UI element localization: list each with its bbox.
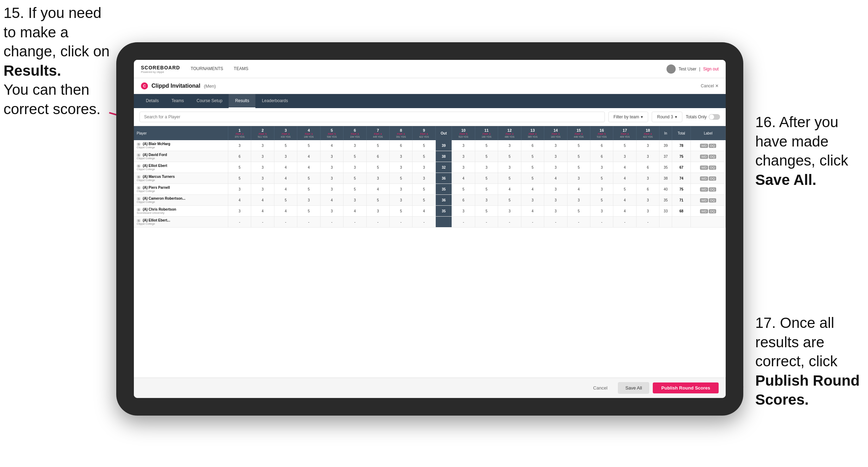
score-h14[interactable]: 3 bbox=[544, 195, 567, 206]
score-h12[interactable]: 5 bbox=[498, 195, 521, 206]
score-h5[interactable]: - bbox=[320, 217, 343, 228]
score-h1[interactable]: 6 bbox=[228, 151, 251, 162]
label-dq[interactable]: DQ bbox=[709, 166, 717, 170]
score-h8[interactable]: 5 bbox=[389, 173, 412, 184]
cancel-tournament-btn[interactable]: Cancel ✕ bbox=[701, 83, 719, 88]
score-h18[interactable]: 3 bbox=[636, 195, 659, 206]
tab-details[interactable]: Details bbox=[140, 94, 165, 108]
score-h18[interactable]: 6 bbox=[636, 162, 659, 173]
cancel-button[interactable]: Cancel bbox=[586, 382, 614, 393]
score-h12[interactable]: 5 bbox=[498, 151, 521, 162]
score-h8[interactable]: 6 bbox=[389, 140, 412, 151]
score-h17[interactable]: 4 bbox=[613, 195, 636, 206]
sign-out-link[interactable]: Sign out bbox=[703, 67, 719, 71]
round-selector-btn[interactable]: Round 3 ▾ bbox=[652, 112, 682, 122]
score-h2[interactable]: - bbox=[251, 217, 274, 228]
label-dq[interactable]: DQ bbox=[709, 144, 717, 148]
search-input[interactable] bbox=[140, 112, 605, 122]
score-h10[interactable]: 3 bbox=[452, 151, 475, 162]
score-h8[interactable]: 5 bbox=[389, 206, 412, 217]
score-h9[interactable]: 3 bbox=[413, 173, 435, 184]
score-h17[interactable]: 4 bbox=[613, 173, 636, 184]
label-dq[interactable]: DQ bbox=[709, 209, 717, 213]
score-h14[interactable]: 3 bbox=[544, 140, 567, 151]
label-wd[interactable]: WD bbox=[700, 209, 708, 213]
score-h18[interactable]: 3 bbox=[636, 140, 659, 151]
score-h4[interactable]: 5 bbox=[297, 184, 320, 195]
score-h14[interactable]: 4 bbox=[544, 173, 567, 184]
score-h1[interactable]: 3 bbox=[228, 206, 251, 217]
score-h9[interactable]: 3 bbox=[413, 162, 435, 173]
score-h5[interactable]: 3 bbox=[320, 173, 343, 184]
score-h7[interactable]: 3 bbox=[366, 206, 389, 217]
score-h14[interactable]: - bbox=[544, 217, 567, 228]
score-h16[interactable]: 3 bbox=[590, 162, 613, 173]
score-h18[interactable]: 3 bbox=[636, 151, 659, 162]
score-h1[interactable]: 3 bbox=[228, 140, 251, 151]
score-h18[interactable]: - bbox=[636, 217, 659, 228]
score-h13[interactable]: 4 bbox=[521, 206, 544, 217]
score-h16[interactable]: 3 bbox=[590, 184, 613, 195]
score-h3[interactable]: 5 bbox=[274, 195, 297, 206]
score-h9[interactable]: 4 bbox=[413, 206, 435, 217]
score-h8[interactable]: - bbox=[389, 217, 412, 228]
score-h12[interactable]: 3 bbox=[498, 206, 521, 217]
score-h15[interactable]: 5 bbox=[567, 151, 590, 162]
score-h13[interactable]: 5 bbox=[521, 173, 544, 184]
score-h16[interactable]: 5 bbox=[590, 173, 613, 184]
score-h12[interactable]: 3 bbox=[498, 140, 521, 151]
score-h9[interactable]: - bbox=[413, 217, 435, 228]
score-h17[interactable]: 4 bbox=[613, 162, 636, 173]
score-h14[interactable]: 3 bbox=[544, 151, 567, 162]
score-h15[interactable]: 4 bbox=[567, 184, 590, 195]
score-h4[interactable]: 4 bbox=[297, 162, 320, 173]
publish-round-scores-button[interactable]: Publish Round Scores bbox=[653, 382, 719, 393]
score-h10[interactable]: 3 bbox=[452, 140, 475, 151]
score-h4[interactable]: 5 bbox=[297, 140, 320, 151]
label-dq[interactable]: DQ bbox=[709, 187, 717, 192]
score-h3[interactable]: 3 bbox=[274, 151, 297, 162]
label-dq[interactable]: DQ bbox=[709, 176, 717, 181]
score-h2[interactable]: 3 bbox=[251, 184, 274, 195]
score-h7[interactable]: 5 bbox=[366, 140, 389, 151]
score-h12[interactable]: - bbox=[498, 217, 521, 228]
score-h6[interactable]: 3 bbox=[343, 162, 366, 173]
score-h2[interactable]: 3 bbox=[251, 140, 274, 151]
score-h11[interactable]: 3 bbox=[475, 195, 498, 206]
score-h7[interactable]: 6 bbox=[366, 151, 389, 162]
score-h17[interactable]: 5 bbox=[613, 140, 636, 151]
score-h4[interactable]: - bbox=[297, 217, 320, 228]
score-h17[interactable]: - bbox=[613, 217, 636, 228]
score-h5[interactable]: 3 bbox=[320, 184, 343, 195]
tab-leaderboards[interactable]: Leaderboards bbox=[255, 94, 294, 108]
score-h3[interactable]: 5 bbox=[274, 140, 297, 151]
score-h1[interactable]: 3 bbox=[228, 184, 251, 195]
score-h4[interactable]: 3 bbox=[297, 195, 320, 206]
score-h6[interactable]: 4 bbox=[343, 206, 366, 217]
score-h4[interactable]: 4 bbox=[297, 151, 320, 162]
totals-toggle[interactable]: Totals Only bbox=[686, 114, 720, 120]
score-h3[interactable]: 4 bbox=[274, 206, 297, 217]
score-h6[interactable]: 3 bbox=[343, 195, 366, 206]
score-h10[interactable]: 6 bbox=[452, 195, 475, 206]
score-h8[interactable]: 3 bbox=[389, 151, 412, 162]
score-h5[interactable]: 3 bbox=[320, 151, 343, 162]
label-wd[interactable]: WD bbox=[700, 144, 708, 148]
score-h9[interactable]: 5 bbox=[413, 184, 435, 195]
label-wd[interactable]: WD bbox=[700, 166, 708, 170]
score-h10[interactable]: 4 bbox=[452, 173, 475, 184]
score-h5[interactable]: 3 bbox=[320, 162, 343, 173]
score-h2[interactable]: 3 bbox=[251, 162, 274, 173]
score-h6[interactable]: 5 bbox=[343, 173, 366, 184]
score-h13[interactable]: 5 bbox=[521, 162, 544, 173]
score-h6[interactable]: - bbox=[343, 217, 366, 228]
score-h5[interactable]: 4 bbox=[320, 140, 343, 151]
score-h12[interactable]: 3 bbox=[498, 162, 521, 173]
score-h5[interactable]: 4 bbox=[320, 195, 343, 206]
score-h2[interactable]: 3 bbox=[251, 173, 274, 184]
score-h14[interactable]: 3 bbox=[544, 184, 567, 195]
score-h3[interactable]: 4 bbox=[274, 184, 297, 195]
tab-teams[interactable]: Teams bbox=[165, 94, 190, 108]
score-h3[interactable]: - bbox=[274, 217, 297, 228]
score-h12[interactable]: 5 bbox=[498, 173, 521, 184]
